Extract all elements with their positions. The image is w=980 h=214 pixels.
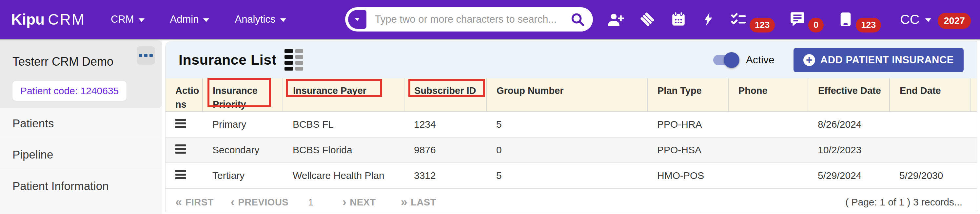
sidebar-options-button[interactable] bbox=[137, 46, 155, 65]
sidebar-item-patients[interactable]: Patients bbox=[0, 108, 162, 139]
row-action-menu-button[interactable] bbox=[175, 170, 186, 179]
cell-subscriber-id: 3312 bbox=[404, 163, 487, 188]
tablet-icon bbox=[838, 11, 853, 28]
lightning-icon bbox=[701, 11, 716, 28]
column-header-insurance-priority: Insurance Priority bbox=[202, 78, 283, 112]
mobile-app-button[interactable]: 123 bbox=[838, 11, 881, 28]
cell-group-number: 0 bbox=[487, 137, 648, 163]
sidebar-nav: Patients Pipeline Patient Information bbox=[0, 108, 162, 201]
column-header-actions: Actions bbox=[165, 78, 202, 112]
messages-count-badge: 0 bbox=[808, 18, 824, 32]
logo-text-light: CRM bbox=[48, 11, 85, 28]
pagination-last-label: LAST bbox=[411, 197, 436, 208]
logo-text-bold: Kipu bbox=[11, 11, 45, 28]
active-toggle[interactable] bbox=[713, 54, 737, 66]
sidebar-item-pipeline[interactable]: Pipeline bbox=[0, 139, 162, 170]
add-contact-button[interactable] bbox=[607, 11, 624, 28]
add-patient-insurance-button[interactable]: + ADD PATIENT INSURANCE bbox=[794, 48, 964, 72]
sidebar-item-label: Patient Information bbox=[13, 179, 109, 193]
messages-button[interactable]: 0 bbox=[789, 11, 824, 28]
pagination: « FIRST ‹ PREVIOUS 1 › NEXT » LAST bbox=[175, 196, 436, 208]
global-search-bar bbox=[345, 7, 593, 32]
add-button-label: ADD PATIENT INSURANCE bbox=[820, 54, 954, 66]
column-header-phone: Phone bbox=[728, 78, 808, 112]
column-header-plan-type: Plan Type bbox=[648, 78, 728, 112]
nav-menu-admin-label: Admin bbox=[170, 13, 199, 25]
plus-circle-icon: + bbox=[803, 54, 815, 66]
cell-group-number: 5 bbox=[487, 112, 648, 137]
search-scope-dropdown[interactable] bbox=[348, 10, 366, 29]
person-add-icon bbox=[607, 11, 624, 28]
row-action-menu-button[interactable] bbox=[175, 144, 186, 153]
cell-subscriber-id: 1234 bbox=[404, 112, 487, 137]
pagination-next-label: NEXT bbox=[350, 197, 375, 208]
cell-effective-date: 10/2/2023 bbox=[808, 137, 889, 163]
table-footer: « FIRST ‹ PREVIOUS 1 › NEXT » LAST ( Pag… bbox=[165, 189, 977, 212]
table-row: Primary BCBS FL 1234 5 PPO-HRA 8/26/2024 bbox=[165, 112, 977, 137]
pagination-next-button[interactable]: › NEXT bbox=[342, 196, 376, 208]
user-count-badge: 2027 bbox=[938, 13, 971, 29]
chevron-down-icon bbox=[925, 18, 931, 22]
checklist-icon bbox=[730, 11, 747, 28]
pagination-last-button[interactable]: » LAST bbox=[401, 196, 436, 208]
sidebar-item-label: Pipeline bbox=[13, 148, 53, 161]
calendar-icon bbox=[670, 11, 687, 28]
app-root: KipuCRM CRM Admin Analytics bbox=[0, 0, 980, 214]
cell-effective-date: 5/29/2024 bbox=[808, 163, 889, 188]
cell-effective-date: 8/26/2024 bbox=[808, 112, 889, 137]
sidebar-item-label: Patients bbox=[13, 117, 54, 130]
table-row: Secondary BCBS Florida 9876 0 PPO-HSA 10… bbox=[165, 137, 977, 163]
insurance-table: Actions Insurance Priority Insurance Pay… bbox=[165, 78, 977, 189]
cell-insurance-priority: Tertiary bbox=[202, 163, 283, 188]
chevron-down-icon bbox=[280, 18, 286, 22]
chevron-down-icon bbox=[138, 18, 145, 22]
cell-phone bbox=[728, 137, 808, 163]
cell-insurance-payer: BCBS Florida bbox=[283, 137, 404, 163]
kipu-emr-button[interactable] bbox=[639, 11, 656, 28]
nav-menu-analytics-label: Analytics bbox=[235, 13, 275, 25]
cell-phone bbox=[728, 112, 808, 137]
chevron-left-icon: ‹ bbox=[231, 196, 235, 208]
user-initials: CC bbox=[900, 12, 920, 27]
insurance-list-panel: Insurance List Active + ADD PATIENT INSU… bbox=[165, 42, 977, 212]
sidebar-item-patient-information[interactable]: Patient Information bbox=[0, 170, 162, 201]
cell-plan-type: PPO-HSA bbox=[648, 137, 728, 163]
nav-menu-crm-label: CRM bbox=[111, 13, 134, 25]
nav-menu-admin[interactable]: Admin bbox=[170, 13, 210, 25]
tasks-button[interactable]: 123 bbox=[730, 11, 775, 28]
calendar-button[interactable] bbox=[670, 11, 687, 28]
chevron-right-icon: › bbox=[342, 196, 347, 208]
pagination-current-page[interactable]: 1 bbox=[308, 197, 313, 208]
column-header-subscriber-id: Subscriber ID bbox=[404, 78, 487, 112]
user-menu[interactable]: CC 2027 bbox=[900, 11, 971, 27]
cell-end-date: 5/29/2030 bbox=[889, 163, 970, 188]
quick-actions-button[interactable] bbox=[701, 11, 716, 28]
kipu-crm-logo[interactable]: KipuCRM bbox=[11, 11, 85, 28]
list-view-icon[interactable] bbox=[285, 49, 303, 70]
search-icon[interactable] bbox=[570, 12, 585, 27]
active-toggle-label: Active bbox=[746, 54, 775, 66]
cell-insurance-payer: Wellcare Health Plan bbox=[283, 163, 404, 188]
pagination-first-label: FIRST bbox=[186, 197, 214, 208]
chevron-down-icon bbox=[203, 18, 209, 22]
column-header-effective-date: Effective Date bbox=[808, 78, 889, 112]
row-action-menu-button[interactable] bbox=[175, 119, 186, 128]
cell-end-date bbox=[889, 137, 970, 163]
navbar-icon-group: 123 0 123 bbox=[593, 11, 881, 28]
sidebar: Testerr CRM Demo Patient code: 1240635 P… bbox=[0, 40, 162, 214]
pagination-first-button[interactable]: « FIRST bbox=[175, 196, 214, 208]
cell-phone bbox=[728, 163, 808, 188]
nav-menu-analytics[interactable]: Analytics bbox=[235, 13, 286, 25]
cell-insurance-payer: BCBS FL bbox=[283, 112, 404, 137]
table-row: Tertiary Wellcare Health Plan 3312 5 HMO… bbox=[165, 163, 977, 188]
sidebar-header: Testerr CRM Demo Patient code: 1240635 bbox=[0, 40, 162, 108]
kipu-emblem-icon bbox=[639, 11, 656, 28]
pagination-previous-button[interactable]: ‹ PREVIOUS bbox=[231, 196, 288, 208]
nav-menu-crm[interactable]: CRM bbox=[111, 13, 145, 25]
search-input[interactable] bbox=[366, 13, 570, 25]
cell-insurance-priority: Primary bbox=[202, 112, 283, 137]
cell-end-date bbox=[889, 112, 970, 137]
top-navbar: KipuCRM CRM Admin Analytics bbox=[0, 0, 980, 39]
chat-icon bbox=[789, 11, 806, 28]
mobile-count-badge: 123 bbox=[856, 18, 881, 32]
